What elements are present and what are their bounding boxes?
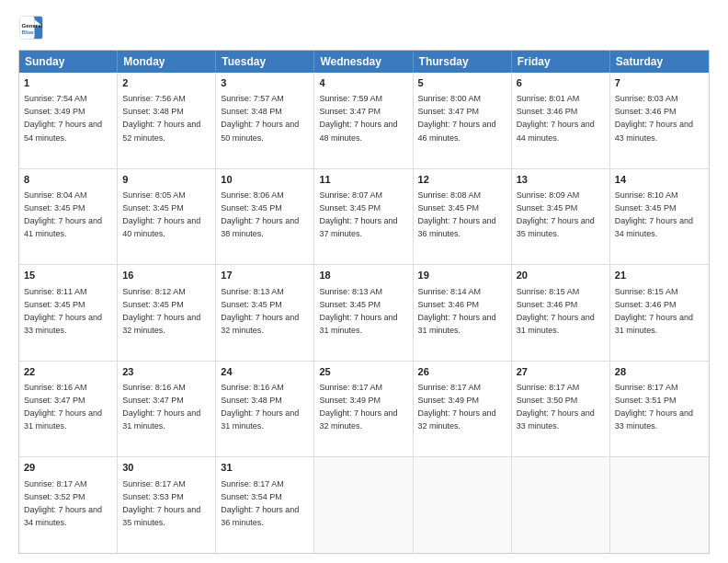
day-number: 17 <box>221 269 309 282</box>
calendar-cell <box>512 457 610 553</box>
day-number: 22 <box>24 365 112 379</box>
day-number: 1 <box>24 76 112 90</box>
day-number: 14 <box>615 173 704 187</box>
page: General Blue SundayMondayTuesdayWednesda… <box>0 0 728 563</box>
day-number: 29 <box>24 461 112 475</box>
cell-info: Sunrise: 8:16 AMSunset: 3:47 PMDaylight:… <box>122 383 200 431</box>
calendar-cell: 1Sunrise: 7:54 AMSunset: 3:49 PMDaylight… <box>19 73 118 168</box>
day-number: 13 <box>517 173 605 187</box>
calendar-cell: 3Sunrise: 7:57 AMSunset: 3:48 PMDaylight… <box>216 73 314 168</box>
calendar-header-cell: Wednesday <box>314 51 413 73</box>
day-number: 18 <box>319 269 407 282</box>
calendar-header-cell: Saturday <box>610 51 709 73</box>
calendar-cell: 18Sunrise: 8:13 AMSunset: 3:45 PMDayligh… <box>314 265 413 361</box>
calendar-cell: 11Sunrise: 8:07 AMSunset: 3:45 PMDayligh… <box>314 169 413 265</box>
cell-info: Sunrise: 8:17 AMSunset: 3:49 PMDaylight:… <box>418 383 496 431</box>
calendar-header-cell: Sunday <box>19 51 118 73</box>
calendar-row: 15Sunrise: 8:11 AMSunset: 3:45 PMDayligh… <box>19 265 709 362</box>
cell-info: Sunrise: 8:05 AMSunset: 3:45 PMDaylight:… <box>122 190 200 238</box>
day-number: 20 <box>517 269 605 282</box>
cell-info: Sunrise: 8:04 AMSunset: 3:45 PMDaylight:… <box>24 190 102 238</box>
calendar-header-cell: Friday <box>512 51 610 73</box>
day-number: 15 <box>24 269 112 282</box>
cell-info: Sunrise: 8:15 AMSunset: 3:46 PMDaylight:… <box>517 287 595 335</box>
cell-info: Sunrise: 7:57 AMSunset: 3:48 PMDaylight:… <box>221 94 299 142</box>
cell-info: Sunrise: 8:08 AMSunset: 3:45 PMDaylight:… <box>418 190 496 238</box>
calendar-row: 29Sunrise: 8:17 AMSunset: 3:52 PMDayligh… <box>19 457 709 553</box>
header: General Blue <box>18 15 710 40</box>
calendar-cell: 21Sunrise: 8:15 AMSunset: 3:46 PMDayligh… <box>610 265 709 361</box>
cell-info: Sunrise: 8:13 AMSunset: 3:45 PMDaylight:… <box>319 287 397 335</box>
calendar-cell: 28Sunrise: 8:17 AMSunset: 3:51 PMDayligh… <box>610 362 709 457</box>
calendar-cell <box>414 457 512 553</box>
cell-info: Sunrise: 8:14 AMSunset: 3:46 PMDaylight:… <box>418 287 496 335</box>
calendar: SundayMondayTuesdayWednesdayThursdayFrid… <box>18 50 710 554</box>
svg-text:General: General <box>22 22 43 29</box>
calendar-cell: 22Sunrise: 8:16 AMSunset: 3:47 PMDayligh… <box>19 362 118 457</box>
calendar-cell: 29Sunrise: 8:17 AMSunset: 3:52 PMDayligh… <box>19 457 118 553</box>
cell-info: Sunrise: 7:54 AMSunset: 3:49 PMDaylight:… <box>24 94 102 142</box>
day-number: 25 <box>319 365 407 379</box>
cell-info: Sunrise: 8:16 AMSunset: 3:48 PMDaylight:… <box>221 383 299 431</box>
calendar-cell: 14Sunrise: 8:10 AMSunset: 3:45 PMDayligh… <box>610 169 709 265</box>
day-number: 12 <box>418 173 506 187</box>
day-number: 30 <box>122 461 210 475</box>
calendar-cell: 4Sunrise: 7:59 AMSunset: 3:47 PMDaylight… <box>314 73 413 168</box>
day-number: 27 <box>517 365 605 379</box>
calendar-cell: 13Sunrise: 8:09 AMSunset: 3:45 PMDayligh… <box>512 169 610 265</box>
calendar-cell: 20Sunrise: 8:15 AMSunset: 3:46 PMDayligh… <box>512 265 610 361</box>
cell-info: Sunrise: 7:59 AMSunset: 3:47 PMDaylight:… <box>319 94 397 142</box>
day-number: 21 <box>615 269 704 282</box>
logo: General Blue <box>18 15 44 40</box>
day-number: 24 <box>221 365 309 379</box>
cell-info: Sunrise: 8:03 AMSunset: 3:46 PMDaylight:… <box>615 94 693 142</box>
cell-info: Sunrise: 8:01 AMSunset: 3:46 PMDaylight:… <box>517 94 595 142</box>
cell-info: Sunrise: 8:12 AMSunset: 3:45 PMDaylight:… <box>122 287 200 335</box>
calendar-cell: 8Sunrise: 8:04 AMSunset: 3:45 PMDaylight… <box>19 169 118 265</box>
day-number: 11 <box>319 173 407 187</box>
day-number: 4 <box>319 76 407 90</box>
calendar-cell: 2Sunrise: 7:56 AMSunset: 3:48 PMDaylight… <box>118 73 216 168</box>
calendar-cell: 10Sunrise: 8:06 AMSunset: 3:45 PMDayligh… <box>216 169 314 265</box>
calendar-row: 1Sunrise: 7:54 AMSunset: 3:49 PMDaylight… <box>19 73 709 169</box>
calendar-cell: 7Sunrise: 8:03 AMSunset: 3:46 PMDaylight… <box>610 73 709 168</box>
calendar-header-cell: Monday <box>118 51 216 73</box>
calendar-cell: 17Sunrise: 8:13 AMSunset: 3:45 PMDayligh… <box>216 265 314 361</box>
calendar-cell: 24Sunrise: 8:16 AMSunset: 3:48 PMDayligh… <box>216 362 314 457</box>
day-number: 10 <box>221 173 309 187</box>
cell-info: Sunrise: 8:17 AMSunset: 3:49 PMDaylight:… <box>319 383 397 431</box>
cell-info: Sunrise: 8:16 AMSunset: 3:47 PMDaylight:… <box>24 383 102 431</box>
day-number: 2 <box>122 76 210 90</box>
cell-info: Sunrise: 8:11 AMSunset: 3:45 PMDaylight:… <box>24 287 102 335</box>
calendar-cell: 25Sunrise: 8:17 AMSunset: 3:49 PMDayligh… <box>314 362 413 457</box>
cell-info: Sunrise: 8:15 AMSunset: 3:46 PMDaylight:… <box>615 287 693 335</box>
day-number: 5 <box>418 76 506 90</box>
cell-info: Sunrise: 8:07 AMSunset: 3:45 PMDaylight:… <box>319 190 397 238</box>
svg-text:Blue: Blue <box>22 29 35 35</box>
cell-info: Sunrise: 8:17 AMSunset: 3:53 PMDaylight:… <box>122 479 200 527</box>
calendar-cell: 19Sunrise: 8:14 AMSunset: 3:46 PMDayligh… <box>414 265 512 361</box>
calendar-cell: 16Sunrise: 8:12 AMSunset: 3:45 PMDayligh… <box>118 265 216 361</box>
calendar-cell: 12Sunrise: 8:08 AMSunset: 3:45 PMDayligh… <box>414 169 512 265</box>
day-number: 19 <box>418 269 506 282</box>
day-number: 3 <box>221 76 309 90</box>
calendar-cell: 6Sunrise: 8:01 AMSunset: 3:46 PMDaylight… <box>512 73 610 168</box>
day-number: 9 <box>122 173 210 187</box>
logo-icon: General Blue <box>18 15 44 40</box>
calendar-header: SundayMondayTuesdayWednesdayThursdayFrid… <box>19 51 709 73</box>
cell-info: Sunrise: 8:13 AMSunset: 3:45 PMDaylight:… <box>221 287 299 335</box>
cell-info: Sunrise: 8:17 AMSunset: 3:52 PMDaylight:… <box>24 479 102 527</box>
calendar-cell: 31Sunrise: 8:17 AMSunset: 3:54 PMDayligh… <box>216 457 314 553</box>
calendar-header-cell: Tuesday <box>216 51 314 73</box>
cell-info: Sunrise: 8:06 AMSunset: 3:45 PMDaylight:… <box>221 190 299 238</box>
calendar-cell: 5Sunrise: 8:00 AMSunset: 3:47 PMDaylight… <box>414 73 512 168</box>
cell-info: Sunrise: 8:17 AMSunset: 3:51 PMDaylight:… <box>615 383 693 431</box>
calendar-cell: 30Sunrise: 8:17 AMSunset: 3:53 PMDayligh… <box>118 457 216 553</box>
cell-info: Sunrise: 8:17 AMSunset: 3:50 PMDaylight:… <box>517 383 595 431</box>
calendar-cell: 27Sunrise: 8:17 AMSunset: 3:50 PMDayligh… <box>512 362 610 457</box>
calendar-body: 1Sunrise: 7:54 AMSunset: 3:49 PMDaylight… <box>19 73 709 553</box>
calendar-header-cell: Thursday <box>414 51 512 73</box>
calendar-cell <box>610 457 709 553</box>
day-number: 7 <box>615 76 704 90</box>
day-number: 23 <box>122 365 210 379</box>
